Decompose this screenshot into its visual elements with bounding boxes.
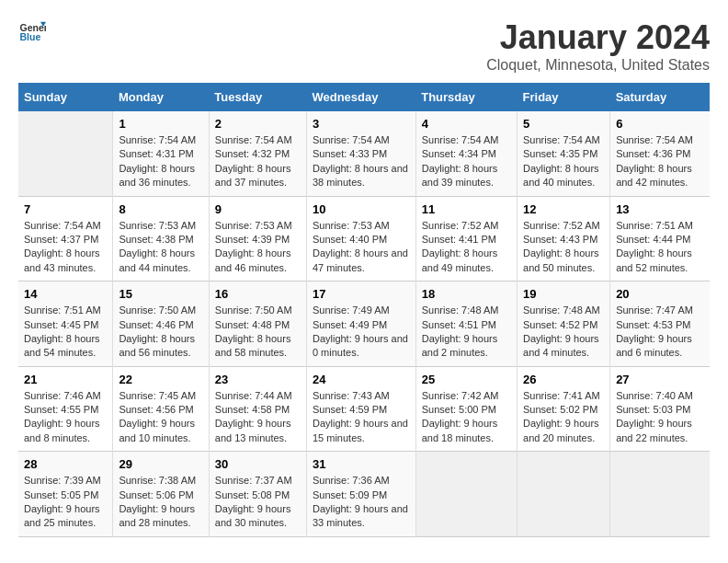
- day-info: Sunrise: 7:38 AM Sunset: 5:06 PM Dayligh…: [119, 474, 202, 531]
- week-row-5: 28 Sunrise: 7:39 AM Sunset: 5:05 PM Dayl…: [18, 452, 710, 537]
- day-info: Sunrise: 7:50 AM Sunset: 4:46 PM Dayligh…: [119, 304, 202, 361]
- daylight-text: Daylight: 8 hours and 54 minutes.: [24, 333, 100, 358]
- day-cell: 12 Sunrise: 7:52 AM Sunset: 4:43 PM Dayl…: [518, 196, 610, 282]
- sunrise-text: Sunrise: 7:51 AM: [24, 304, 101, 316]
- day-cell: 25 Sunrise: 7:42 AM Sunset: 5:00 PM Dayl…: [415, 366, 517, 452]
- day-number: 23: [215, 373, 301, 386]
- day-info: Sunrise: 7:54 AM Sunset: 4:36 PM Dayligh…: [616, 133, 704, 190]
- sunrise-text: Sunrise: 7:45 AM: [119, 390, 196, 401]
- daylight-text: Daylight: 8 hours and 39 minutes.: [422, 163, 498, 188]
- day-info: Sunrise: 7:50 AM Sunset: 4:48 PM Dayligh…: [215, 304, 301, 361]
- daylight-text: Daylight: 9 hours and 6 minutes.: [616, 333, 692, 358]
- sunrise-text: Sunrise: 7:54 AM: [24, 220, 101, 231]
- day-info: Sunrise: 7:54 AM Sunset: 4:31 PM Dayligh…: [119, 133, 202, 190]
- day-info: Sunrise: 7:52 AM Sunset: 4:43 PM Dayligh…: [523, 219, 604, 276]
- daylight-text: Daylight: 9 hours and 10 minutes.: [119, 418, 195, 442]
- header-day-tuesday: Tuesday: [209, 83, 306, 111]
- day-number: 8: [119, 202, 202, 216]
- daylight-text: Daylight: 8 hours and 50 minutes.: [523, 247, 599, 272]
- header-day-saturday: Saturday: [610, 83, 710, 111]
- sunset-text: Sunset: 5:08 PM: [215, 489, 290, 500]
- day-number: 9: [215, 202, 301, 216]
- subtitle: Cloquet, Minnesota, United States: [486, 57, 710, 74]
- day-cell: 31 Sunrise: 7:36 AM Sunset: 5:09 PM Dayl…: [306, 452, 415, 537]
- sunrise-text: Sunrise: 7:54 AM: [313, 134, 390, 145]
- day-info: Sunrise: 7:46 AM Sunset: 4:55 PM Dayligh…: [24, 389, 107, 446]
- day-info: Sunrise: 7:49 AM Sunset: 4:49 PM Dayligh…: [313, 304, 410, 361]
- day-cell: 27 Sunrise: 7:40 AM Sunset: 5:03 PM Dayl…: [610, 366, 710, 452]
- day-cell: 5 Sunrise: 7:54 AM Sunset: 4:35 PM Dayli…: [518, 111, 610, 196]
- day-info: Sunrise: 7:51 AM Sunset: 4:45 PM Dayligh…: [24, 304, 107, 361]
- sunrise-text: Sunrise: 7:48 AM: [422, 304, 499, 316]
- day-number: 29: [119, 457, 202, 471]
- sunset-text: Sunset: 4:46 PM: [119, 319, 193, 330]
- day-info: Sunrise: 7:47 AM Sunset: 4:53 PM Dayligh…: [616, 304, 704, 361]
- sunrise-text: Sunrise: 7:52 AM: [523, 220, 600, 231]
- daylight-text: Daylight: 8 hours and 40 minutes.: [523, 163, 599, 188]
- day-number: 6: [616, 117, 704, 131]
- day-cell: 3 Sunrise: 7:54 AM Sunset: 4:33 PM Dayli…: [306, 111, 415, 196]
- day-cell: [518, 452, 610, 537]
- sunset-text: Sunset: 4:33 PM: [313, 148, 387, 159]
- day-info: Sunrise: 7:40 AM Sunset: 5:03 PM Dayligh…: [616, 389, 704, 446]
- sunset-text: Sunset: 4:56 PM: [119, 404, 193, 415]
- header-day-wednesday: Wednesday: [306, 83, 415, 111]
- day-number: 1: [119, 117, 202, 131]
- daylight-text: Daylight: 9 hours and 4 minutes.: [523, 333, 599, 358]
- sunrise-text: Sunrise: 7:37 AM: [215, 475, 292, 486]
- sunset-text: Sunset: 4:36 PM: [616, 148, 690, 159]
- calendar-table: SundayMondayTuesdayWednesdayThursdayFrid…: [18, 83, 710, 537]
- sunset-text: Sunset: 5:00 PM: [422, 404, 496, 415]
- header-day-monday: Monday: [113, 83, 209, 111]
- day-cell: [610, 452, 710, 537]
- day-cell: 13 Sunrise: 7:51 AM Sunset: 4:44 PM Dayl…: [610, 196, 710, 282]
- sunrise-text: Sunrise: 7:40 AM: [616, 390, 693, 401]
- daylight-text: Daylight: 9 hours and 30 minutes.: [215, 503, 291, 528]
- daylight-text: Daylight: 8 hours and 36 minutes.: [119, 163, 195, 188]
- sunrise-text: Sunrise: 7:52 AM: [422, 220, 499, 231]
- day-cell: 24 Sunrise: 7:43 AM Sunset: 4:59 PM Dayl…: [306, 366, 415, 452]
- day-number: 24: [313, 373, 410, 386]
- day-info: Sunrise: 7:39 AM Sunset: 5:05 PM Dayligh…: [24, 474, 107, 531]
- day-info: Sunrise: 7:54 AM Sunset: 4:34 PM Dayligh…: [422, 133, 511, 190]
- sunrise-text: Sunrise: 7:39 AM: [24, 475, 101, 486]
- day-number: 27: [616, 373, 704, 386]
- day-info: Sunrise: 7:41 AM Sunset: 5:02 PM Dayligh…: [523, 389, 604, 446]
- sunset-text: Sunset: 4:58 PM: [215, 404, 290, 415]
- daylight-text: Daylight: 9 hours and 2 minutes.: [422, 333, 498, 358]
- sunrise-text: Sunrise: 7:47 AM: [616, 304, 693, 316]
- day-number: 19: [523, 287, 604, 301]
- day-number: 2: [215, 117, 301, 131]
- sunset-text: Sunset: 5:09 PM: [313, 489, 387, 500]
- day-cell: 15 Sunrise: 7:50 AM Sunset: 4:46 PM Dayl…: [113, 282, 209, 367]
- daylight-text: Daylight: 8 hours and 46 minutes.: [215, 247, 291, 272]
- daylight-text: Daylight: 8 hours and 52 minutes.: [616, 247, 692, 272]
- sunrise-text: Sunrise: 7:53 AM: [215, 220, 292, 231]
- day-info: Sunrise: 7:53 AM Sunset: 4:39 PM Dayligh…: [215, 219, 301, 276]
- daylight-text: Daylight: 8 hours and 49 minutes.: [422, 247, 498, 272]
- sunset-text: Sunset: 4:49 PM: [313, 319, 387, 330]
- day-cell: 23 Sunrise: 7:44 AM Sunset: 4:58 PM Dayl…: [209, 366, 306, 452]
- day-info: Sunrise: 7:54 AM Sunset: 4:37 PM Dayligh…: [24, 219, 107, 276]
- day-number: 15: [119, 287, 202, 301]
- title-area: January 2024 Cloquet, Minnesota, United …: [486, 18, 710, 74]
- day-cell: 19 Sunrise: 7:48 AM Sunset: 4:52 PM Dayl…: [518, 282, 610, 367]
- sunrise-text: Sunrise: 7:50 AM: [215, 304, 292, 316]
- day-cell: 30 Sunrise: 7:37 AM Sunset: 5:08 PM Dayl…: [209, 452, 306, 537]
- day-number: 30: [215, 457, 301, 471]
- day-info: Sunrise: 7:37 AM Sunset: 5:08 PM Dayligh…: [215, 474, 301, 531]
- sunrise-text: Sunrise: 7:51 AM: [616, 220, 693, 231]
- sunset-text: Sunset: 4:34 PM: [422, 148, 496, 159]
- day-cell: 10 Sunrise: 7:53 AM Sunset: 4:40 PM Dayl…: [306, 196, 415, 282]
- header-day-friday: Friday: [518, 83, 610, 111]
- day-cell: 8 Sunrise: 7:53 AM Sunset: 4:38 PM Dayli…: [113, 196, 209, 282]
- daylight-text: Daylight: 8 hours and 37 minutes.: [215, 163, 291, 188]
- day-number: 16: [215, 287, 301, 301]
- day-number: 3: [313, 117, 410, 131]
- header: General Blue January 2024 Cloquet, Minne…: [18, 18, 710, 74]
- day-info: Sunrise: 7:48 AM Sunset: 4:51 PM Dayligh…: [422, 304, 511, 361]
- daylight-text: Daylight: 8 hours and 38 minutes.: [313, 163, 408, 188]
- sunrise-text: Sunrise: 7:46 AM: [24, 390, 101, 401]
- day-info: Sunrise: 7:42 AM Sunset: 5:00 PM Dayligh…: [422, 389, 511, 446]
- sunrise-text: Sunrise: 7:43 AM: [313, 390, 390, 401]
